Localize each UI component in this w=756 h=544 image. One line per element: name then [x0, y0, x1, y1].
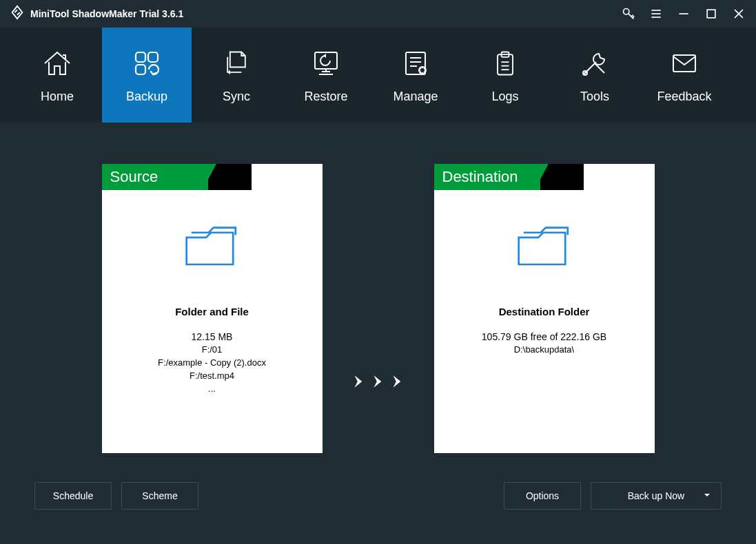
feedback-icon — [668, 47, 701, 80]
source-file-more: ... — [208, 383, 216, 396]
svg-point-0 — [624, 9, 629, 14]
destination-title: Destination Folder — [499, 306, 590, 317]
tab-sync[interactable]: Sync — [192, 28, 281, 123]
tab-backup[interactable]: Backup — [102, 28, 192, 123]
tab-label: Restore — [304, 90, 347, 104]
folder-icon — [513, 220, 575, 278]
titlebar: MiniTool ShadowMaker Trial 3.6.1 — [0, 0, 756, 28]
restore-icon — [309, 47, 343, 80]
destination-card[interactable]: Destination Destination Folder 105.79 GB… — [434, 164, 655, 453]
backup-content: Source Folder and File 12.15 MB F:/01 F:… — [0, 123, 756, 544]
bottom-toolbar: Schedule Scheme Options Back up Now — [34, 475, 722, 530]
home-icon — [41, 47, 74, 80]
sync-icon — [221, 47, 252, 80]
destination-path: D:\backupdata\ — [514, 344, 574, 357]
app-title: MiniTool ShadowMaker Trial 3.6.1 — [30, 8, 183, 19]
svg-rect-10 — [136, 65, 145, 74]
source-card-header: Source — [102, 164, 323, 190]
tab-logs[interactable]: Logs — [460, 28, 550, 123]
tab-label: Tools — [580, 90, 609, 104]
destination-card-header: Destination — [434, 164, 655, 190]
destination-header-label: Destination — [434, 164, 655, 190]
button-label: Schedule — [53, 490, 93, 501]
tab-manage[interactable]: Manage — [371, 28, 460, 123]
main-tabs: Home Backup Sync — [0, 28, 756, 123]
menu-icon[interactable] — [648, 6, 664, 21]
button-label: Scheme — [142, 490, 177, 501]
source-file-line: F:/example - Copy (2).docx — [158, 357, 266, 370]
tools-icon — [578, 47, 611, 80]
close-icon[interactable] — [731, 6, 746, 21]
tab-label: Feedback — [657, 90, 711, 104]
tab-restore[interactable]: Restore — [281, 28, 371, 123]
options-button[interactable]: Options — [504, 482, 581, 510]
source-file-line: F:/test.mp4 — [190, 370, 234, 383]
tab-label: Manage — [393, 90, 438, 104]
key-icon[interactable] — [621, 6, 636, 21]
direction-arrows-icon — [350, 373, 407, 390]
source-file-line: F:/01 — [202, 344, 223, 357]
tab-label: Logs — [491, 90, 518, 104]
svg-rect-9 — [148, 52, 158, 62]
manage-icon — [399, 47, 432, 80]
destination-free: 105.79 GB free of 222.16 GB — [482, 330, 606, 344]
maximize-icon[interactable] — [704, 6, 719, 21]
tab-home[interactable]: Home — [12, 28, 102, 123]
svg-rect-5 — [707, 10, 715, 18]
source-header-label: Source — [102, 164, 323, 190]
logs-icon — [490, 47, 520, 80]
button-label: Options — [526, 490, 559, 501]
folder-icon — [181, 220, 243, 278]
tab-label: Backup — [126, 90, 167, 104]
source-title: Folder and File — [175, 306, 249, 317]
schedule-button[interactable]: Schedule — [34, 482, 112, 510]
backup-now-button[interactable]: Back up Now — [591, 482, 722, 510]
tab-label: Sync — [223, 90, 250, 104]
scheme-button[interactable]: Scheme — [121, 482, 198, 510]
svg-rect-12 — [406, 52, 425, 74]
caret-down-icon — [703, 490, 711, 501]
button-label: Back up Now — [628, 490, 684, 501]
tab-label: Home — [41, 90, 74, 104]
minimize-icon[interactable] — [676, 6, 691, 21]
svg-rect-8 — [136, 52, 145, 62]
tab-feedback[interactable]: Feedback — [640, 28, 729, 123]
svg-rect-23 — [673, 55, 695, 72]
tab-tools[interactable]: Tools — [550, 28, 640, 123]
app-logo-icon — [10, 5, 25, 23]
backup-icon — [130, 47, 163, 80]
source-size: 12.15 MB — [192, 330, 233, 344]
source-card[interactable]: Source Folder and File 12.15 MB F:/01 F:… — [102, 164, 323, 453]
